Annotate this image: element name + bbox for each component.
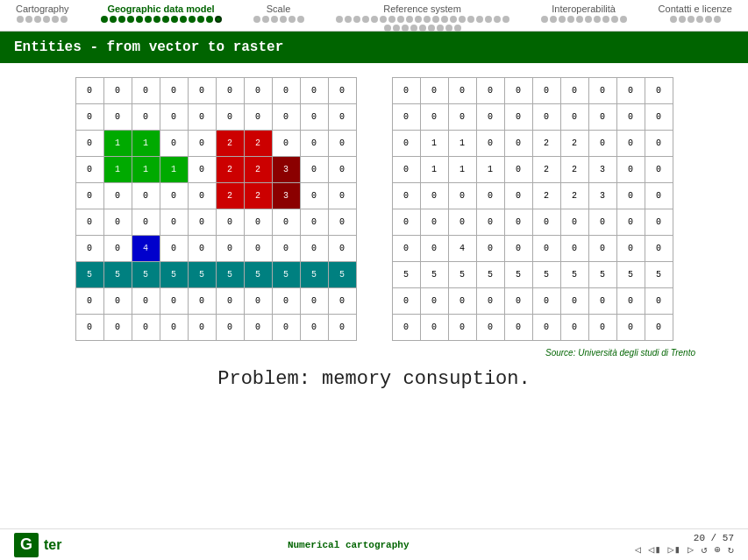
nav-item-cartography[interactable]: Cartography: [0, 4, 85, 23]
footer-right: 20 / 57 ◁ ◁▮ ▷▮ ▷ ↺ ⊕ ↻: [635, 533, 734, 556]
grid-cell: 2: [216, 157, 244, 183]
grid-cell: 0: [504, 209, 532, 236]
footer-page: 20 / 57: [694, 533, 734, 543]
grid-cell: 2: [244, 131, 272, 157]
grid-cell: 5: [560, 262, 588, 288]
footer: G ter Numerical cartography 20 / 57 ◁ ◁▮…: [0, 528, 748, 560]
grid-cell: 2: [216, 183, 244, 209]
nav-item-geographic[interactable]: Geographic data model: [85, 4, 238, 23]
grid-cell: 0: [188, 315, 216, 341]
grid-cell: 0: [75, 183, 103, 209]
grid-cell: 0: [645, 131, 673, 157]
dot: [262, 16, 269, 23]
nav-fwd-icon[interactable]: ▷▮: [668, 543, 680, 556]
grid-cell: 5: [392, 262, 420, 288]
nav-item-contatti[interactable]: Contatti e licenze: [643, 4, 748, 23]
nav-item-interop[interactable]: Interoperabilità: [525, 4, 643, 23]
grid-cell: 0: [160, 288, 188, 315]
grid-cell: 0: [328, 131, 356, 157]
grid-cell: 0: [188, 183, 216, 209]
grid-cell: 0: [188, 157, 216, 183]
grid-cell: 0: [244, 209, 272, 236]
grid-cell: 0: [616, 183, 645, 209]
dot: [459, 16, 466, 23]
grid-cell: 0: [616, 288, 645, 315]
grid-cell: 5: [272, 262, 300, 288]
dot: [118, 16, 125, 23]
grid-cell: 0: [476, 104, 504, 131]
grid-cell: 3: [272, 157, 300, 183]
grid-cell: 5: [532, 262, 560, 288]
nav-item-reference[interactable]: Reference system: [320, 4, 525, 32]
nav-back-icon[interactable]: ◁▮: [648, 543, 660, 556]
nav-dots-reference: [336, 16, 509, 32]
grid-cell: 1: [132, 131, 160, 157]
grid-cell: 0: [75, 209, 103, 236]
dot: [696, 16, 703, 23]
grid-cell: 0: [420, 315, 448, 341]
grid-cell: 0: [588, 236, 616, 262]
grid-cell: 5: [75, 262, 103, 288]
grid-cell: 0: [160, 183, 188, 209]
nav-search-icon[interactable]: ⊕: [715, 543, 721, 556]
grid-cell: 0: [588, 78, 616, 104]
grid-cell: 4: [448, 236, 476, 262]
grid-cell: 0: [476, 78, 504, 104]
dot: [153, 16, 160, 23]
grid-cell: 0: [160, 131, 188, 157]
nav-end-icon[interactable]: ↺: [701, 543, 707, 556]
grid-cell: 0: [244, 236, 272, 262]
grid-cell: 0: [272, 78, 300, 104]
dot: [611, 16, 618, 23]
grid-cell: 0: [616, 157, 645, 183]
grid-cell: 2: [532, 183, 560, 209]
grid-cell: 5: [244, 262, 272, 288]
grid-cell: 5: [616, 262, 645, 288]
grid-cell: 0: [392, 104, 420, 131]
grid-cell: 0: [216, 104, 244, 131]
grid-cell: 5: [160, 262, 188, 288]
grid-cell: 2: [560, 157, 588, 183]
grid-cell: 0: [103, 183, 132, 209]
dot: [180, 16, 187, 23]
dot: [502, 16, 509, 23]
grid-cell: 0: [588, 288, 616, 315]
grid-cell: 2: [244, 157, 272, 183]
nav-prev-icon[interactable]: ◁: [635, 543, 641, 556]
grid-cell: 5: [420, 262, 448, 288]
grid-cell: 5: [476, 262, 504, 288]
dot: [714, 16, 721, 23]
nav-item-scale[interactable]: Scale: [238, 4, 320, 23]
grid-cell: 0: [103, 78, 132, 104]
nav-label-geographic: Geographic data model: [107, 4, 214, 14]
dot: [476, 16, 483, 23]
dot: [406, 16, 413, 23]
grid-cell: 1: [160, 157, 188, 183]
dot: [445, 25, 452, 32]
grid-cell: 0: [392, 78, 420, 104]
grid-cell: 0: [75, 131, 103, 157]
grid-cell: 0: [476, 209, 504, 236]
dot: [550, 16, 557, 23]
grid-cell: 0: [392, 288, 420, 315]
grid-cell: 0: [300, 131, 328, 157]
nav-zoom-icon[interactable]: ↻: [728, 543, 734, 556]
dot: [428, 25, 435, 32]
grid-cell: 0: [216, 78, 244, 104]
dot: [380, 16, 387, 23]
grid-cell: 0: [328, 157, 356, 183]
grid-cell: 0: [504, 131, 532, 157]
nav-label-scale: Scale: [267, 4, 291, 14]
grid-cell: 0: [103, 315, 132, 341]
footer-subtitle: Numerical cartography: [288, 540, 410, 550]
nav-label-interop: Interoperabilità: [552, 4, 616, 14]
dot-active: [215, 16, 222, 23]
dot: [397, 16, 404, 23]
nav-next-icon[interactable]: ▷: [687, 543, 694, 556]
grid-cell: 0: [188, 78, 216, 104]
grid-cell: 5: [645, 262, 673, 288]
dot: [289, 16, 296, 23]
grid-cell: 3: [588, 183, 616, 209]
grid-cell: 2: [244, 183, 272, 209]
grids-row: 0000000000000000000001100220000111022300…: [75, 77, 673, 341]
